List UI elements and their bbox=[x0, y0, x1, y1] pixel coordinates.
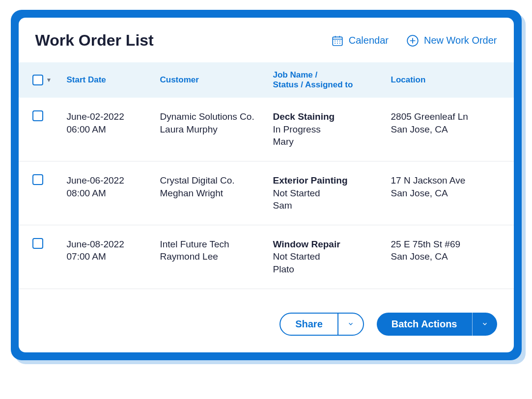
batch-actions-button[interactable]: Batch Actions bbox=[377, 313, 497, 336]
card-footer: Share Batch Actions bbox=[19, 289, 514, 352]
row-checkbox[interactable] bbox=[32, 110, 43, 121]
row-addr1: 25 E 75th St #69 bbox=[391, 238, 500, 251]
row-job-name: Exterior Painting bbox=[273, 174, 391, 187]
row-checkbox[interactable] bbox=[32, 174, 43, 185]
col-job-line1: Job Name / bbox=[273, 70, 391, 80]
calendar-icon bbox=[331, 34, 344, 47]
row-status: Not Started bbox=[273, 250, 391, 263]
svg-point-6 bbox=[339, 40, 340, 41]
table-row[interactable]: June-08-2022 07:00 AM Intel Future Tech … bbox=[19, 225, 514, 289]
row-time: 06:00 AM bbox=[67, 123, 160, 136]
card-header: Work Order List bbox=[19, 18, 514, 62]
share-button[interactable]: Share bbox=[280, 313, 364, 336]
row-addr2: San Jose, CA bbox=[391, 123, 500, 136]
work-order-card: Work Order List bbox=[19, 18, 514, 352]
chevron-down-icon bbox=[347, 320, 354, 327]
row-checkbox[interactable] bbox=[32, 238, 43, 249]
calendar-label: Calendar bbox=[349, 35, 389, 46]
table-header: ▼ Start Date Customer Job Name / Status … bbox=[19, 62, 514, 98]
svg-point-8 bbox=[337, 42, 338, 43]
svg-point-5 bbox=[337, 40, 338, 41]
row-assigned: Plato bbox=[273, 263, 391, 276]
row-status: Not Started bbox=[273, 187, 391, 200]
row-time: 07:00 AM bbox=[67, 250, 160, 263]
row-date: June-08-2022 bbox=[67, 238, 160, 251]
row-company: Dynamic Solutions Co. bbox=[160, 110, 273, 123]
page-title: Work Order List bbox=[35, 31, 313, 50]
row-addr1: 17 N Jackson Ave bbox=[391, 174, 500, 187]
plus-circle-icon bbox=[406, 34, 419, 47]
row-company: Crystal Digital Co. bbox=[160, 174, 273, 187]
select-all-checkbox[interactable] bbox=[32, 75, 43, 85]
row-assigned: Sam bbox=[273, 199, 391, 212]
table-row[interactable]: June-06-2022 08:00 AM Crystal Digital Co… bbox=[19, 161, 514, 225]
row-job-name: Deck Staining bbox=[273, 110, 391, 123]
share-label: Share bbox=[280, 314, 337, 335]
row-company: Intel Future Tech bbox=[160, 238, 273, 251]
row-date: June-06-2022 bbox=[67, 174, 160, 187]
row-time: 08:00 AM bbox=[67, 187, 160, 200]
row-date: June-02-2022 bbox=[67, 110, 160, 123]
row-contact: Meghan Wright bbox=[160, 187, 273, 200]
row-addr2: San Jose, CA bbox=[391, 187, 500, 200]
row-contact: Raymond Lee bbox=[160, 250, 273, 263]
row-job-name: Window Repair bbox=[273, 238, 391, 251]
col-location[interactable]: Location bbox=[391, 75, 500, 85]
chevron-down-icon bbox=[481, 320, 488, 327]
new-work-order-button[interactable]: New Work Order bbox=[406, 34, 497, 47]
row-addr2: San Jose, CA bbox=[391, 250, 500, 263]
svg-point-4 bbox=[335, 40, 336, 41]
sort-caret-icon[interactable]: ▼ bbox=[46, 77, 52, 83]
svg-point-7 bbox=[335, 42, 336, 43]
row-contact: Laura Murphy bbox=[160, 123, 273, 136]
col-start-date[interactable]: Start Date bbox=[67, 75, 160, 85]
svg-point-9 bbox=[339, 42, 340, 43]
batch-actions-caret[interactable] bbox=[472, 313, 497, 336]
table-row[interactable]: June-02-2022 06:00 AM Dynamic Solutions … bbox=[19, 98, 514, 161]
share-caret[interactable] bbox=[337, 314, 363, 335]
col-customer[interactable]: Customer bbox=[160, 75, 273, 85]
col-job[interactable]: Job Name / Status / Assigned to bbox=[273, 70, 391, 90]
calendar-button[interactable]: Calendar bbox=[331, 34, 389, 47]
row-status: In Progress bbox=[273, 123, 391, 136]
app-frame: Work Order List bbox=[11, 10, 522, 360]
row-addr1: 2805 Greenleaf Ln bbox=[391, 110, 500, 123]
batch-actions-label: Batch Actions bbox=[377, 313, 472, 336]
row-assigned: Mary bbox=[273, 135, 391, 148]
new-work-order-label: New Work Order bbox=[424, 35, 497, 46]
col-job-line2: Status / Assigned to bbox=[273, 80, 391, 90]
